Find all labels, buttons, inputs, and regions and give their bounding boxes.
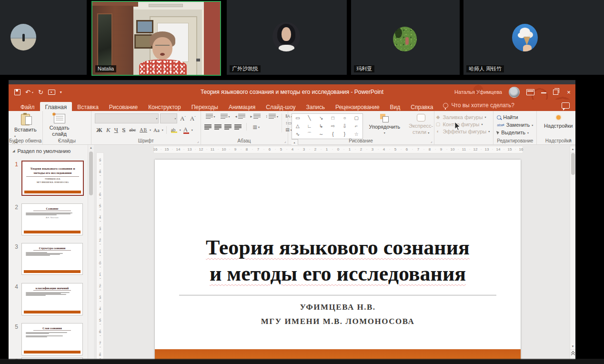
decrease-indent-button[interactable]: ◂ xyxy=(234,113,247,119)
undo-dropdown-icon[interactable]: ▾ xyxy=(32,91,33,94)
align-left-button[interactable] xyxy=(204,124,211,129)
shapes-gallery[interactable]: ▭╲↘□○▢△∟↳⇨⇩⌐∿⌒∼{}☆ xyxy=(292,113,363,139)
elbow-connector-shape-icon[interactable]: ∟ xyxy=(307,124,312,129)
tell-me-box[interactable]: Что вы хотите сделать? xyxy=(438,100,519,111)
ribbon-display-options-icon[interactable] xyxy=(526,89,534,95)
slide-title[interactable]: Теория языкового сознания и методы его и… xyxy=(155,235,521,287)
lightbulb-icon xyxy=(443,103,448,108)
participant-tile-4[interactable]: 哈师人 周钰竹 xyxy=(463,0,604,75)
italic-button[interactable]: К xyxy=(105,126,112,134)
down-arrow-shape-icon[interactable]: ⇩ xyxy=(342,124,346,129)
isosceles-triangle-shape-icon[interactable]: △ xyxy=(296,124,300,129)
account-avatar[interactable] xyxy=(509,87,520,98)
scroll-down-icon[interactable]: ▼ xyxy=(570,344,575,350)
customize-qat-icon[interactable]: ▾ xyxy=(60,90,62,94)
shape-effects-button[interactable]: ◐Эффекты фигуры▾ xyxy=(435,128,490,135)
grow-font-button[interactable]: Аˆ xyxy=(179,115,187,122)
paragraph-dialog-launcher-icon[interactable]: ⌟ xyxy=(284,139,286,143)
snip-corner-rectangle-shape-icon[interactable]: ⌐ xyxy=(355,124,358,129)
increase-indent-button[interactable]: ▸ xyxy=(249,113,262,119)
h-ruler-tick: · xyxy=(286,147,288,152)
redo-icon[interactable]: ↻ xyxy=(38,89,43,95)
participant-name: Natalia xyxy=(95,65,116,72)
bold-button[interactable]: Ж xyxy=(95,126,104,134)
star-shape-icon[interactable]: ☆ xyxy=(354,132,359,137)
account-name[interactable]: Наталья Уфимцева xyxy=(454,89,502,95)
bullets-icon xyxy=(206,114,213,119)
slide-thumbnail-box[interactable]: Структура сознания xyxy=(21,243,83,275)
thumbnail-text-line xyxy=(26,295,46,296)
shape-fill-button[interactable]: ◆Заливка фигуры▾ xyxy=(435,113,490,121)
participant-tile-3[interactable]: 玛利亚 xyxy=(351,0,460,75)
scrollbar-thumb[interactable] xyxy=(571,153,575,175)
line-spacing-button[interactable]: ↕▾ xyxy=(264,113,280,119)
slide-affiliation[interactable]: МГУ ИМЕНИ М.В. ЛОМОНОСОВА xyxy=(155,317,521,326)
slide-thumbnail-box[interactable]: Теория языкового сознания и методы его и… xyxy=(21,161,84,196)
save-icon[interactable] xyxy=(14,89,20,95)
font-dialog-launcher-icon[interactable]: ⌟ xyxy=(197,139,199,143)
rectangle-shape-icon[interactable]: □ xyxy=(332,116,334,121)
font-color-button[interactable]: А xyxy=(182,126,191,134)
slide-scrollbar[interactable]: ▲ ▼ xyxy=(570,146,575,360)
shrink-font-button[interactable]: Аˇ xyxy=(189,115,197,122)
participant-tile-2[interactable]: 广外沙凯悦 xyxy=(227,0,347,75)
curve-shape-icon[interactable]: ∼ xyxy=(319,132,323,137)
clipboard-dialog-launcher-icon[interactable]: ⌟ xyxy=(39,139,41,143)
close-button[interactable]: × xyxy=(565,89,573,96)
minimize-button[interactable] xyxy=(541,92,546,93)
restore-button[interactable] xyxy=(553,90,558,95)
change-case-button[interactable]: Аа xyxy=(152,127,161,133)
font-name-combobox[interactable]: ▾ xyxy=(95,113,159,123)
numbering-button[interactable]: ▾ xyxy=(219,113,232,119)
find-button[interactable]: Найти xyxy=(497,113,533,121)
bullets-button[interactable]: ▾ xyxy=(204,113,217,119)
freeform-scribble-shape-icon[interactable]: ∿ xyxy=(296,132,300,137)
character-spacing-button[interactable]: АВ xyxy=(138,127,149,132)
h-ruler-tick: · xyxy=(389,147,391,152)
comments-icon[interactable] xyxy=(562,102,570,109)
slide-thumbnail-box[interactable]: Слои сознания xyxy=(21,323,83,355)
text-highlight-button[interactable]: ab xyxy=(170,127,179,133)
left-brace-shape-icon[interactable]: { xyxy=(332,132,333,137)
title-bar: ↶▾ ↻ ▸ ▾ Теория языкового сознания и мет… xyxy=(9,84,575,100)
slide-thumbnail-box[interactable]: классификация значений xyxy=(21,283,83,315)
font-size-combobox[interactable]: ▾ xyxy=(160,113,177,123)
group-label: Шрифт xyxy=(91,138,200,143)
slide-author[interactable]: УФИМЦЕВА Н.В. xyxy=(155,303,521,312)
underline-button[interactable]: Ч xyxy=(113,126,120,134)
right-arrow-shape-icon[interactable]: ⇨ xyxy=(331,124,335,129)
columns-button[interactable]: ▥▾ xyxy=(252,124,261,130)
scroll-up-icon[interactable]: ▲ xyxy=(570,146,575,152)
slideshow-icon[interactable]: ▸ xyxy=(48,90,55,95)
panel-scrollbar[interactable]: ▲ xyxy=(88,145,94,360)
text-box-shape-icon[interactable]: ▭ xyxy=(295,116,300,121)
justify-button[interactable] xyxy=(234,124,242,129)
replace-button[interactable]: ab⇄Заменить▾ xyxy=(497,121,533,129)
addins-button[interactable]: Надстройки xyxy=(540,113,575,129)
strikethrough-button[interactable]: abc xyxy=(128,127,137,132)
text-shadow-button[interactable]: S xyxy=(121,126,127,134)
participant-tile-1[interactable] xyxy=(0,0,87,75)
drawing-dialog-launcher-icon[interactable]: ⌟ xyxy=(431,139,433,143)
previous-slide-button[interactable] xyxy=(570,351,575,358)
right-brace-shape-icon[interactable]: } xyxy=(344,132,345,137)
align-right-button[interactable] xyxy=(224,124,232,129)
oval-shape-icon[interactable]: ○ xyxy=(343,116,346,121)
line-arrow-shape-icon[interactable]: ↘ xyxy=(319,116,323,121)
arc-shape-icon[interactable]: ⌒ xyxy=(307,132,312,137)
select-button[interactable]: Выделить▾ xyxy=(497,129,533,136)
paragraph-group: ▾ ▾ ◂ ▸ ↕▾ ▥▾ xyxy=(201,111,288,144)
slide-canvas[interactable]: Теория языкового сознания и методы его и… xyxy=(155,160,521,360)
shape-outline-button[interactable]: ▢Контур фигуры▾ xyxy=(435,121,490,128)
undo-icon[interactable]: ↶ xyxy=(25,89,30,95)
collapse-ribbon-icon[interactable]: ∧ xyxy=(568,138,572,142)
rounded-rectangle-shape-icon[interactable]: ▢ xyxy=(354,116,358,121)
paste-button[interactable]: Вставить ▾ xyxy=(12,113,39,139)
align-center-button[interactable] xyxy=(214,124,221,129)
paste-icon xyxy=(21,114,30,125)
participant-tile-natalia[interactable]: Natalia xyxy=(91,1,221,76)
line-shape-icon[interactable]: ╲ xyxy=(308,116,311,121)
elbow-arrow-connector-shape-icon[interactable]: ↳ xyxy=(319,124,323,129)
section-header[interactable]: ◢ Раздел по умолчанию xyxy=(12,148,70,154)
slide-thumbnail-box[interactable]: СознаниеА.Н. Леонтьев xyxy=(21,203,83,235)
